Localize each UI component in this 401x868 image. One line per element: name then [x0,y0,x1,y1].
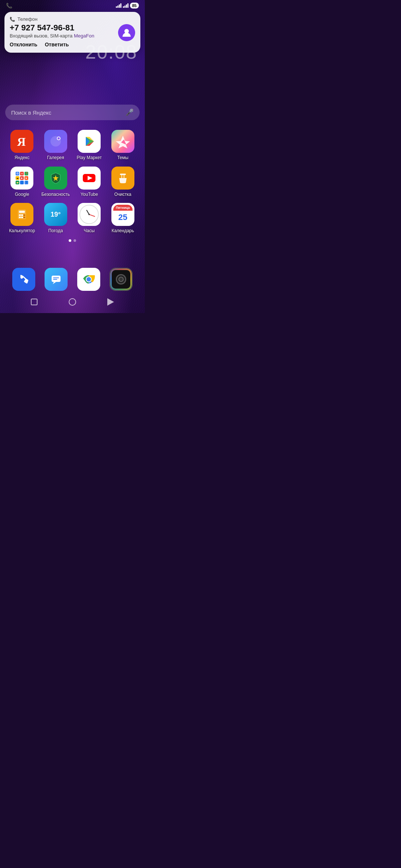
bar4 [120,3,121,8]
bar3 [119,4,120,8]
carrier-name: MegaFon [74,33,94,39]
app-label-security: Безопасность [41,192,70,197]
app-calculator[interactable]: Калькулятор [5,200,39,236]
app-yandex[interactable]: Я Яндекс [5,127,39,163]
bar1 [116,6,117,8]
app-themes[interactable]: Темы [106,127,140,163]
nav-back[interactable] [104,295,117,309]
svg-rect-20 [19,217,21,218]
page-dots [0,239,145,242]
caller-number: +7 927 547-96-81 [10,23,114,32]
nav-bar [0,294,145,310]
weather-icon: 19° [44,203,67,226]
phone-status-icon: 📞 [6,3,12,9]
signal-bars-1 [116,3,121,8]
gallery-icon [44,130,67,153]
app-label-weather: Погода [48,228,63,233]
notif-body: +7 927 547-96-81 Входящий вызов, SIM-кар… [10,23,135,47]
svg-rect-25 [53,277,59,278]
notif-subtitle: Входящий вызов, SIM-карта MegaFon [10,33,114,39]
status-right: 85 [116,3,139,9]
home-icon [69,298,76,306]
svg-rect-18 [21,214,23,216]
signal-bars-2 [123,3,128,8]
mic-icon[interactable]: 🎤 [125,108,134,116]
app-label-cleaner: Очистка [114,192,131,197]
bar1 [123,6,124,8]
app-clock[interactable]: Часы [72,200,106,236]
svg-rect-14 [124,175,124,178]
app-calendar[interactable]: Пятница 25 Календарь [106,200,140,236]
bar2 [117,6,118,8]
page-dot-1 [69,239,71,242]
app-playmarket[interactable]: Play Маркет [72,127,106,163]
app-label-yandex: Яндекс [14,155,29,160]
calculator-icon [10,203,33,226]
app-label-gallery: Галерея [47,155,64,160]
app-cleaner[interactable]: Очистка [106,164,140,200]
google-icon: G M 📍 ☁ ▶ ▶ 📁 👤 [10,167,33,190]
youtube-icon [78,167,101,190]
app-label-clock: Часы [84,228,95,233]
security-icon [44,167,67,190]
page-dot-2 [74,239,76,242]
app-security[interactable]: Безопасность [39,164,73,200]
answer-button[interactable]: Ответить [45,42,69,47]
svg-point-30 [87,277,91,282]
incoming-call-notification[interactable]: 📞 Телефон +7 927 547-96-81 Входящий вызо… [4,12,140,53]
svg-rect-17 [19,214,21,216]
status-left: 📞 [6,3,12,9]
messages-dock-icon [45,268,68,291]
app-weather[interactable]: 19° Погода [39,200,73,236]
search-placeholder: Поиск в Яндекс [11,109,125,116]
notif-app-name: Телефон [17,16,38,22]
back-icon [107,298,114,306]
svg-rect-23 [52,276,61,282]
svg-rect-16 [19,211,25,213]
notif-phone-icon: 📞 [10,17,15,22]
svg-rect-26 [53,279,57,280]
caller-avatar [118,24,135,41]
dock-phone[interactable] [12,268,35,291]
svg-rect-21 [21,217,23,218]
camera-dock-icon [110,268,133,291]
app-label-playmarket: Play Маркет [77,155,102,160]
svg-marker-24 [53,282,56,284]
app-label-youtube: YouTube [81,192,98,197]
svg-rect-13 [121,175,122,178]
app-label-themes: Темы [117,155,128,160]
nav-recent-apps[interactable] [27,295,41,309]
dock-chrome[interactable] [77,268,100,291]
phone-dock-icon [12,268,35,291]
nav-home[interactable] [66,295,79,309]
svg-text:Я: Я [17,135,26,148]
chrome-dock-icon [77,268,100,291]
bar2 [124,6,125,8]
notif-actions: Отклонить Ответить [10,42,114,47]
search-bar[interactable]: Поиск в Яндекс 🎤 [5,105,140,120]
decline-button[interactable]: Отклонить [10,42,38,47]
playmarket-icon [78,130,101,153]
app-google[interactable]: G M 📍 ☁ ▶ ▶ 📁 👤 Google [5,164,39,200]
svg-rect-12 [120,174,126,175]
app-youtube[interactable]: YouTube [72,164,106,200]
app-gallery[interactable]: Галерея [39,127,73,163]
app-label-calendar: Календарь [111,228,134,233]
recent-apps-icon [31,299,38,305]
dock-messages[interactable] [45,268,68,291]
notif-header: 📞 Телефон [10,16,135,22]
calendar-icon: Пятница 25 [111,203,134,226]
notif-text: +7 927 547-96-81 Входящий вызов, SIM-кар… [10,23,114,47]
clock-icon [78,203,101,226]
svg-rect-22 [23,217,25,218]
svg-rect-19 [23,214,25,216]
app-grid: Я Яндекс Галерея Play Маркет [4,127,141,236]
status-bar: 📞 85 [0,0,145,10]
app-label-google: Google [15,192,29,197]
battery-indicator: 85 [130,3,139,9]
bar3 [126,4,127,8]
bar4 [127,3,128,8]
dock [0,264,145,295]
dock-camera[interactable] [110,268,133,291]
cleaner-icon [111,167,134,190]
